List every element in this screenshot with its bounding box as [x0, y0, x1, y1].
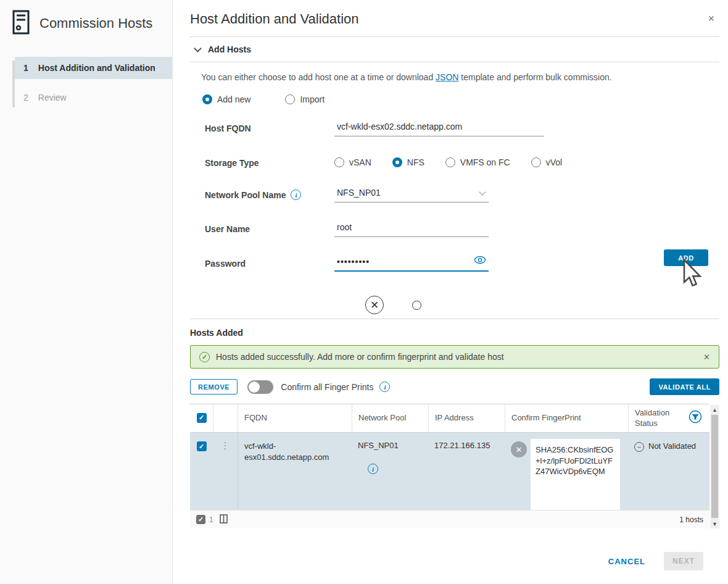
close-icon[interactable]: ×: [703, 10, 719, 28]
radio-add-new[interactable]: Add new: [202, 94, 250, 104]
add-hosts-description: You can either choose to add host one at…: [201, 72, 719, 82]
table-controls: REMOVE Confirm all Finger Prints i VALID…: [190, 378, 719, 395]
row-kebab-menu-icon[interactable]: ⋮: [213, 433, 238, 510]
scroll-up-icon[interactable]: ▲: [710, 405, 719, 414]
sidebar-header: Commission Hosts: [0, 10, 172, 37]
radio-unselected-icon: [531, 157, 541, 167]
column-header-validation-status[interactable]: Validation Status: [628, 404, 708, 432]
step-label: Host Addition and Validation: [38, 63, 155, 73]
radio-unselected-icon: [334, 157, 344, 167]
description-text: template and perform bulk commission.: [458, 72, 611, 82]
step-host-addition[interactable]: 1 Host Addition and Validation: [15, 57, 172, 79]
radio-label: Import: [300, 94, 325, 104]
selected-count: 1: [209, 515, 213, 524]
row-network-pool: NFS_NP01 i: [352, 433, 428, 510]
row-ip-address: 172.21.166.135: [428, 433, 505, 510]
column-picker-icon[interactable]: [220, 514, 228, 525]
radio-nfs[interactable]: NFS: [392, 157, 424, 167]
scroll-down-icon[interactable]: ▼: [710, 519, 719, 528]
password-input[interactable]: •••••••••: [334, 257, 489, 272]
table-footer: ✓ 1 1 hosts: [190, 510, 709, 528]
hosts-added-title: Hosts Added: [190, 328, 719, 338]
dialog-footer: CANCEL NEXT: [608, 552, 703, 570]
remove-button[interactable]: REMOVE: [190, 379, 238, 394]
user-name-label: User Name: [190, 222, 334, 234]
row-fqdn: vcf-wkld-esx01.sddc.netapp.com: [238, 433, 352, 510]
column-header-confirm-fingerprint[interactable]: Confirm FingerPrint: [505, 404, 628, 432]
step-number: 2: [23, 93, 28, 102]
next-button[interactable]: NEXT: [664, 552, 703, 570]
select-all-cell: ✓: [190, 404, 213, 432]
radio-label: VMFS on FC: [460, 157, 510, 167]
fingerprint-value: SHA256:CKbsinfEOG+l+z/lpFUoFDl2tLuYFZ47W…: [531, 439, 620, 510]
footer-selected-checkbox[interactable]: ✓: [196, 515, 205, 524]
column-header-network-pool[interactable]: Network Pool: [352, 404, 428, 432]
radio-vvol[interactable]: vVol: [531, 157, 562, 167]
show-password-eye-icon[interactable]: [474, 256, 486, 266]
page-title: Host Addition and Validation: [190, 11, 359, 27]
row-checkbox[interactable]: ✓: [197, 441, 207, 451]
validate-all-button[interactable]: VALIDATE ALL: [650, 378, 719, 395]
column-header-ip-address[interactable]: IP Address: [428, 404, 505, 432]
filter-icon[interactable]: [689, 410, 702, 426]
network-pool-select[interactable]: NFS_NP01: [334, 188, 489, 202]
select-all-checkbox[interactable]: ✓: [197, 413, 207, 423]
chevron-down-icon: [194, 44, 202, 52]
host-fqdn-input[interactable]: vcf-wkld-esx02.sddc.netapp.com: [334, 122, 544, 136]
section-divider: [190, 62, 719, 62]
scrollbar-thumb[interactable]: [711, 415, 718, 518]
row-confirm-fingerprint: ✕ SHA256:CKbsinfEOG+l+z/lpFUoFDl2tLuYFZ4…: [505, 433, 628, 510]
info-icon[interactable]: i: [379, 382, 390, 392]
validation-status-text: Not Validated: [648, 441, 696, 451]
info-icon[interactable]: i: [291, 190, 301, 200]
column-header-label: Validation Status: [635, 408, 688, 428]
reject-fingerprint-icon[interactable]: ✕: [511, 441, 527, 457]
commission-hosts-wizard: Commission Hosts 1 Host Addition and Val…: [0, 0, 728, 584]
row-validation-status: − Not Validated: [628, 433, 708, 510]
user-name-input[interactable]: root: [334, 222, 489, 237]
storage-type-label: Storage Type: [190, 156, 334, 168]
server-icon: [11, 10, 31, 37]
success-alert: ✓ Hosts added successfully. Add more or …: [190, 345, 719, 369]
add-hosts-section-header[interactable]: Add Hosts: [190, 37, 719, 62]
table-scrollbar[interactable]: ▲ ▼: [710, 405, 719, 528]
radio-selected-icon: [202, 94, 212, 104]
add-button[interactable]: ADD: [664, 249, 708, 266]
storage-type-radio-group: vSAN NFS VMFS on FC vVol: [334, 156, 562, 167]
hosts-table: ✓ FQDN Network Pool IP Address Confirm F…: [190, 404, 709, 528]
toggle-knob: [249, 382, 260, 393]
radio-label: vVol: [546, 157, 562, 167]
hosts-added-divider: [190, 319, 719, 319]
add-hosts-section-label: Add Hosts: [208, 44, 251, 54]
chevron-down-icon: [479, 188, 486, 195]
radio-vsan[interactable]: vSAN: [334, 157, 371, 167]
json-template-link[interactable]: JSON: [436, 72, 458, 82]
add-mode-radio-group: Add new Import: [202, 94, 719, 104]
step-number: 1: [23, 63, 28, 73]
column-header-fqdn[interactable]: FQDN: [238, 404, 352, 432]
radio-import[interactable]: Import: [285, 94, 325, 104]
network-pool-label: Network Pool Name i: [190, 188, 334, 200]
dialog-header: Host Addition and Validation ×: [190, 0, 719, 36]
circle-icon: [412, 301, 421, 310]
host-table-row[interactable]: ✓ ⋮ vcf-wkld-esx01.sddc.netapp.com NFS_N…: [190, 433, 709, 510]
radio-label: Add new: [217, 94, 250, 104]
radio-vmfs-on-fc[interactable]: VMFS on FC: [445, 157, 510, 167]
network-pool-value: NFS_NP01: [358, 441, 422, 450]
step-review[interactable]: 2 Review: [15, 86, 172, 109]
status-icon-row: ✕: [365, 291, 719, 319]
radio-label: NFS: [407, 157, 424, 167]
radio-label: vSAN: [349, 157, 371, 167]
alert-message: Hosts added successfully. Add more or co…: [216, 352, 504, 362]
table-header-row: ✓ FQDN Network Pool IP Address Confirm F…: [190, 404, 709, 433]
alert-close-icon[interactable]: ✕: [703, 352, 710, 362]
x-circle-icon[interactable]: ✕: [365, 296, 384, 314]
confirm-fingerprints-toggle[interactable]: [247, 380, 273, 394]
network-pool-label-text: Network Pool Name: [205, 190, 286, 200]
wizard-main-panel: Host Addition and Validation × Add Hosts…: [173, 0, 728, 584]
host-fqdn-label: Host FQDN: [190, 122, 334, 133]
info-icon[interactable]: i: [368, 464, 378, 474]
cancel-button[interactable]: CANCEL: [608, 557, 645, 566]
wizard-steps: 1 Host Addition and Validation 2 Review: [0, 57, 172, 109]
confirm-fingerprints-label: Confirm all Finger Prints: [281, 382, 373, 392]
